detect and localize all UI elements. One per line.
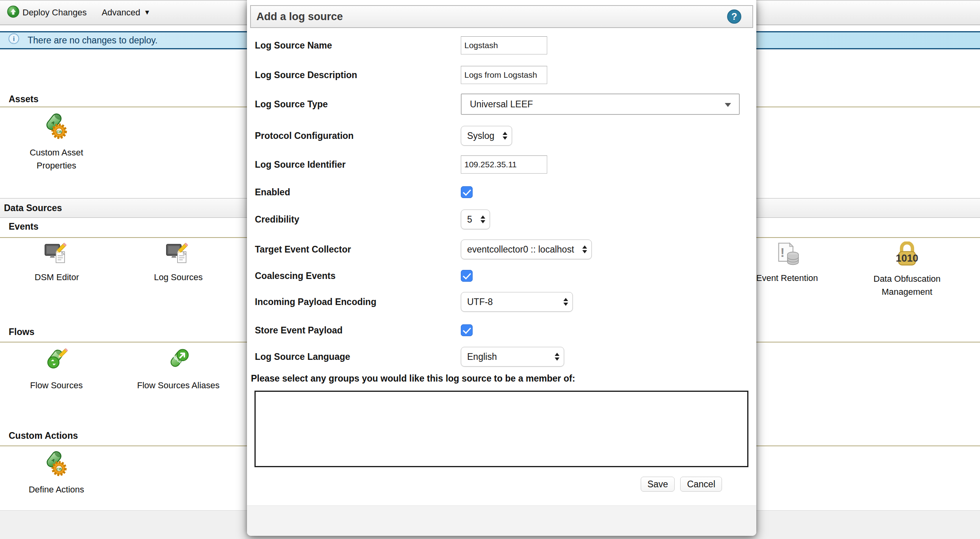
form-row-coalescing: Coalescing Events xyxy=(247,270,756,282)
tool-custom-asset-properties[interactable]: A CB Custom Asset Properties xyxy=(9,112,104,172)
form-row-credibility: Credibility 5 xyxy=(247,210,756,229)
log-source-type-dropdown[interactable]: Universal LEEF xyxy=(461,94,740,115)
groups-listbox[interactable] xyxy=(254,391,748,467)
dialog-header: Add a log source ? xyxy=(250,5,753,28)
select-arrows-icon xyxy=(563,298,568,306)
field-label: Log Source Language xyxy=(255,352,350,362)
field-label: Incoming Payload Encoding xyxy=(255,297,376,307)
svg-text:CB: CB xyxy=(56,130,62,134)
field-label: Log Source Name xyxy=(255,40,332,51)
tool-label: Define Actions xyxy=(9,483,104,496)
chevron-down-icon: ▼ xyxy=(144,9,151,17)
pipe-gear-icon: A CB xyxy=(9,112,104,141)
tool-data-obfuscation-management[interactable]: 1010 Data Obfuscation Management xyxy=(860,241,954,298)
deploy-changes-label: Deploy Changes xyxy=(22,7,87,18)
field-label: Coalescing Events xyxy=(255,271,336,281)
form-row-type: Log Source Type Universal LEEF xyxy=(247,94,756,115)
pipe-alias-arrow-icon: ABCD xyxy=(131,346,226,374)
field-label: Target Event Collector xyxy=(255,244,351,255)
field-label: Log Source Type xyxy=(255,99,328,110)
tool-label: Data Obfuscation Management xyxy=(860,272,954,298)
credibility-select[interactable]: 5 xyxy=(461,210,490,229)
enabled-checkbox[interactable] xyxy=(461,186,473,198)
section-title-flows: Flows xyxy=(9,327,34,337)
form-row-protocol: Protocol Configuration Syslog xyxy=(247,126,756,146)
groups-prompt: Please select any groups you would like … xyxy=(251,373,575,384)
tool-label: DSM Editor xyxy=(9,271,104,284)
field-label: Enabled xyxy=(255,187,290,198)
section-title-events: Events xyxy=(9,221,38,232)
monitor-pencil-icon xyxy=(131,241,226,266)
select-arrows-icon xyxy=(582,245,587,253)
padlock-binary-icon: 1010 xyxy=(860,241,954,268)
pipe-gear-icon: A CB xyxy=(9,450,104,478)
select-arrows-icon xyxy=(555,353,559,361)
tool-label: Custom Asset Properties xyxy=(9,146,104,172)
help-icon[interactable]: ? xyxy=(727,9,741,24)
log-source-language-select[interactable]: English xyxy=(461,347,564,367)
deploy-icon xyxy=(7,6,19,20)
field-label: Protocol Configuration xyxy=(255,131,353,141)
field-label: Store Event Payload xyxy=(255,325,342,336)
advanced-menu-button[interactable]: Advanced ▼ xyxy=(102,7,151,18)
select-arrows-icon xyxy=(481,215,485,223)
dialog-footer xyxy=(247,505,756,536)
notice-text: There are no changes to deploy. xyxy=(28,35,157,46)
save-button[interactable]: Save xyxy=(641,477,675,492)
form-row-name: Log Source Name xyxy=(247,36,756,54)
tool-dsm-editor[interactable]: DSM Editor xyxy=(9,241,104,284)
tool-flow-sources[interactable]: Flow Sources xyxy=(9,346,104,392)
dialog-title: Add a log source xyxy=(256,11,343,23)
form-row-encoding: Incoming Payload Encoding UTF-8 xyxy=(247,292,756,312)
protocol-configuration-select[interactable]: Syslog xyxy=(461,126,512,146)
select-arrows-icon xyxy=(503,132,507,140)
target-event-collector-select[interactable]: eventcollector0 :: localhost xyxy=(461,240,592,259)
tool-label: Flow Sources Aliases xyxy=(131,379,226,392)
coalescing-events-checkbox[interactable] xyxy=(461,270,473,282)
section-title-custom-actions: Custom Actions xyxy=(9,430,78,441)
svg-text:i: i xyxy=(13,35,15,43)
tool-label: Flow Sources xyxy=(9,379,104,392)
cancel-button[interactable]: Cancel xyxy=(680,477,722,492)
log-source-name-input[interactable] xyxy=(461,36,547,54)
log-source-identifier-input[interactable] xyxy=(461,155,547,174)
field-label: Log Source Description xyxy=(255,70,357,80)
info-icon: i xyxy=(8,33,20,47)
credibility-value: 5 xyxy=(467,214,472,225)
form-row-store-payload: Store Event Payload xyxy=(247,324,756,336)
log-source-description-input[interactable] xyxy=(461,66,547,84)
svg-text:CB: CB xyxy=(56,467,62,471)
add-log-source-dialog: Add a log source ? Log Source Name Log S… xyxy=(247,0,756,536)
incoming-payload-encoding-value: UTF-8 xyxy=(467,297,493,307)
data-sources-title: Data Sources xyxy=(4,203,62,213)
dialog-actions: Save Cancel xyxy=(247,477,722,492)
protocol-configuration-value: Syslog xyxy=(467,131,494,141)
form-row-enabled: Enabled xyxy=(247,186,756,198)
form-row-target-event-collector: Target Event Collector eventcollector0 :… xyxy=(247,240,756,259)
advanced-label: Advanced xyxy=(102,7,140,18)
log-source-type-value: Universal LEEF xyxy=(470,99,533,110)
target-event-collector-value: eventcollector0 :: localhost xyxy=(467,244,574,255)
store-event-payload-checkbox[interactable] xyxy=(461,324,473,336)
svg-text:!: ! xyxy=(780,245,785,260)
deploy-changes-button[interactable]: Deploy Changes xyxy=(7,6,87,20)
field-label: Credibility xyxy=(255,214,299,225)
section-title-assets: Assets xyxy=(9,94,38,105)
log-source-language-value: English xyxy=(467,352,497,362)
form-row-description: Log Source Description xyxy=(247,66,756,84)
tool-define-actions[interactable]: A CB Define Actions xyxy=(9,450,104,496)
svg-text:1010: 1010 xyxy=(896,253,918,264)
field-label: Log Source Identifier xyxy=(255,159,346,170)
form-row-language: Log Source Language English xyxy=(247,347,756,367)
monitor-pencil-icon xyxy=(9,241,104,266)
tool-log-sources[interactable]: Log Sources xyxy=(131,241,226,284)
pipe-arrows-pencil-icon xyxy=(9,346,104,374)
tool-label: Log Sources xyxy=(131,271,226,284)
form-row-identifier: Log Source Identifier xyxy=(247,155,756,174)
incoming-payload-encoding-select[interactable]: UTF-8 xyxy=(461,292,573,312)
dropdown-arrow-icon xyxy=(725,103,731,107)
tool-flow-sources-aliases[interactable]: ABCD Flow Sources Aliases xyxy=(131,346,226,392)
